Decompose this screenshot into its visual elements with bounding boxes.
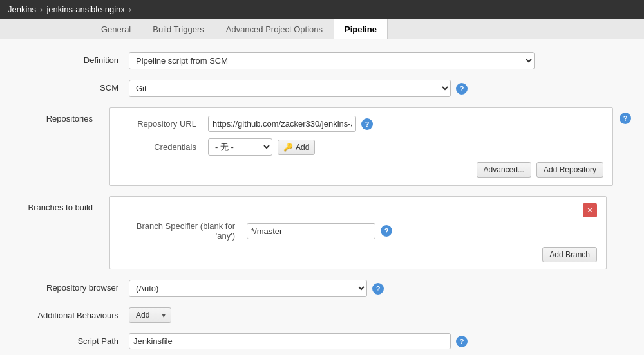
definition-label: Definition: [13, 52, 129, 65]
script-path-row: Script Path ?: [0, 333, 644, 349]
arrow-1: ›: [40, 5, 43, 14]
scm-row: SCM None Git ?: [0, 80, 644, 97]
definition-select[interactable]: Pipeline script from SCM Pipeline script: [129, 52, 535, 69]
add-credentials-button[interactable]: 🔑 Add: [278, 140, 315, 155]
repositories-label: Repositories: [13, 107, 103, 123]
add-dropdown-label[interactable]: Add: [129, 308, 156, 322]
repo-btn-row: Advanced... Add Repository: [119, 162, 603, 178]
jenkins-link[interactable]: Jenkins: [8, 5, 36, 14]
credentials-row: Credentials - 无 - 🔑 Add: [119, 138, 603, 156]
topbar: Jenkins › jenkins-ansible-nginx ›: [0, 0, 644, 19]
branch-specifier-label: Branch Specifier (blank for 'any'): [119, 221, 242, 241]
tab-advanced-project-options[interactable]: Advanced Project Options: [215, 19, 334, 39]
script-path-help-icon[interactable]: ?: [456, 336, 468, 347]
branch-top-row: ✕: [119, 203, 597, 217]
branches-box: ✕ Branch Specifier (blank for 'any') ? A…: [109, 196, 607, 269]
definition-row: Definition Pipeline script from SCM Pipe…: [0, 52, 644, 69]
branch-btn-row: Add Branch: [119, 247, 597, 262]
repo-url-row: Repository URL ?: [119, 116, 603, 132]
branch-specifier-input[interactable]: [247, 223, 375, 239]
add-repository-button[interactable]: Add Repository: [536, 162, 603, 178]
repo-browser-label: Repository browser: [13, 280, 129, 293]
credentials-select[interactable]: - 无 -: [208, 138, 272, 156]
breadcrumb-item[interactable]: jenkins-ansible-nginx: [46, 5, 124, 14]
repo-url-label: Repository URL: [119, 119, 203, 129]
script-path-control: ?: [129, 333, 631, 349]
definition-control: Pipeline script from SCM Pipeline script: [129, 52, 631, 69]
tab-pipeline[interactable]: Pipeline: [334, 19, 388, 39]
repo-url-input[interactable]: [208, 116, 356, 132]
script-path-input[interactable]: [129, 333, 451, 349]
key-icon: 🔑: [283, 143, 293, 152]
tab-build-triggers[interactable]: Build Triggers: [142, 19, 214, 39]
arrow-2: ›: [129, 5, 131, 14]
script-path-label: Script Path: [13, 333, 129, 346]
add-cred-label: Add: [296, 143, 309, 152]
repo-browser-control: (Auto) ?: [129, 280, 631, 297]
add-dropdown-arrow-icon[interactable]: ▼: [156, 309, 171, 322]
scm-control: None Git ?: [129, 80, 631, 97]
repo-browser-select[interactable]: (Auto): [129, 280, 367, 297]
repo-browser-help-icon[interactable]: ?: [372, 283, 384, 295]
tabs-bar: General Build Triggers Advanced Project …: [0, 19, 644, 39]
credentials-label: Credentials: [119, 142, 203, 152]
scm-label: SCM: [13, 80, 129, 93]
branches-section: Branches to build ✕ Branch Specifier (bl…: [0, 196, 644, 269]
main-content: Definition Pipeline script from SCM Pipe…: [0, 39, 644, 355]
branch-specifier-help-icon[interactable]: ?: [381, 225, 392, 237]
repositories-help-icon[interactable]: ?: [620, 113, 631, 124]
repo-browser-row: Repository browser (Auto) ?: [0, 280, 644, 297]
add-dropdown[interactable]: Add ▼: [129, 307, 171, 323]
additional-behaviours-label: Additional Behaviours: [13, 307, 129, 320]
additional-behaviours-control: Add ▼: [129, 307, 631, 323]
repositories-section: Repositories Repository URL ? Credential…: [0, 107, 644, 186]
tab-general[interactable]: General: [90, 19, 142, 39]
delete-branch-button[interactable]: ✕: [583, 203, 597, 217]
scm-help-icon[interactable]: ?: [456, 83, 468, 95]
additional-behaviours-row: Additional Behaviours Add ▼: [0, 307, 644, 323]
branch-specifier-row: Branch Specifier (blank for 'any') ?: [119, 221, 597, 241]
add-branch-button[interactable]: Add Branch: [542, 247, 597, 262]
repo-url-help-icon[interactable]: ?: [361, 118, 373, 130]
scm-select[interactable]: None Git: [129, 80, 451, 97]
repositories-box: Repository URL ? Credentials - 无 - 🔑 Add…: [109, 107, 613, 186]
branches-label: Branches to build: [13, 196, 103, 212]
advanced-button[interactable]: Advanced...: [477, 162, 531, 178]
